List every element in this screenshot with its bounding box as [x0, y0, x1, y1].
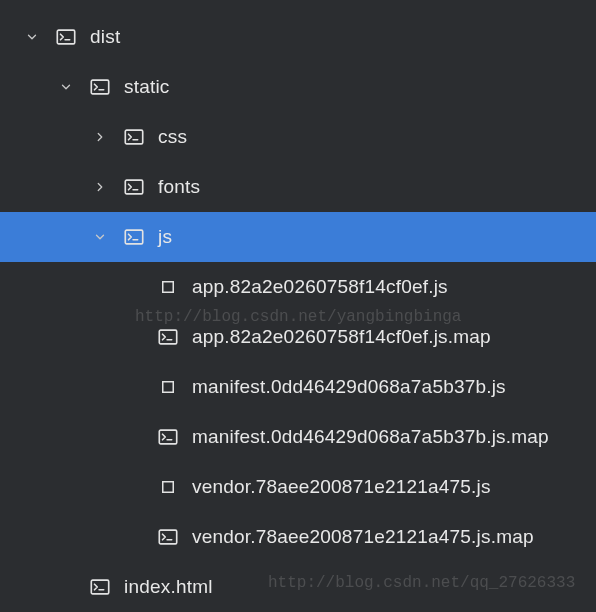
- tree-item-label: vendor.78aee200871e2121a475.js: [192, 476, 491, 498]
- file-outline-icon: [156, 375, 180, 399]
- file-tree: diststaticcssfontsjsapp.82a2e0260758f14c…: [0, 0, 596, 612]
- chevron-down-icon[interactable]: [20, 30, 44, 44]
- tree-item-label: manifest.0dd46429d068a7a5b37b.js: [192, 376, 506, 398]
- svg-rect-14: [159, 430, 176, 444]
- tree-row-appjsmap[interactable]: app.82a2e0260758f14cf0ef.js.map: [0, 312, 596, 362]
- tree-row-vendorjsmap[interactable]: vendor.78aee200871e2121a475.js.map: [0, 512, 596, 562]
- svg-rect-19: [91, 580, 108, 594]
- terminal-folder-icon: [88, 575, 112, 599]
- file-outline-icon: [156, 275, 180, 299]
- svg-rect-6: [125, 180, 142, 194]
- terminal-folder-icon: [156, 425, 180, 449]
- tree-item-label: manifest.0dd46429d068a7a5b37b.js.map: [192, 426, 549, 448]
- chevron-right-icon[interactable]: [88, 180, 112, 194]
- tree-row-manifestjs[interactable]: manifest.0dd46429d068a7a5b37b.js: [0, 362, 596, 412]
- chevron-right-icon[interactable]: [88, 130, 112, 144]
- svg-rect-13: [163, 382, 174, 393]
- tree-row-vendorjs[interactable]: vendor.78aee200871e2121a475.js: [0, 462, 596, 512]
- tree-row-manifestjsmap[interactable]: manifest.0dd46429d068a7a5b37b.js.map: [0, 412, 596, 462]
- tree-item-label: css: [158, 126, 187, 148]
- tree-item-label: vendor.78aee200871e2121a475.js.map: [192, 526, 534, 548]
- svg-rect-4: [125, 130, 142, 144]
- tree-row-indexhtml[interactable]: index.html: [0, 562, 596, 612]
- tree-row-fonts[interactable]: fonts: [0, 162, 596, 212]
- svg-rect-17: [159, 530, 176, 544]
- terminal-folder-icon: [156, 525, 180, 549]
- svg-rect-16: [163, 482, 174, 493]
- tree-row-appjs[interactable]: app.82a2e0260758f14cf0ef.js: [0, 262, 596, 312]
- tree-row-dist[interactable]: dist: [0, 12, 596, 62]
- terminal-folder-icon: [54, 25, 78, 49]
- svg-rect-10: [163, 282, 174, 293]
- tree-item-label: fonts: [158, 176, 200, 198]
- svg-rect-2: [91, 80, 108, 94]
- terminal-folder-icon: [122, 175, 146, 199]
- tree-item-label: app.82a2e0260758f14cf0ef.js.map: [192, 326, 491, 348]
- svg-rect-11: [159, 330, 176, 344]
- chevron-down-icon[interactable]: [54, 80, 78, 94]
- tree-item-label: js: [158, 226, 172, 248]
- svg-rect-0: [57, 30, 74, 44]
- tree-item-label: app.82a2e0260758f14cf0ef.js: [192, 276, 448, 298]
- terminal-folder-icon: [122, 125, 146, 149]
- tree-item-label: static: [124, 76, 170, 98]
- terminal-folder-icon: [156, 325, 180, 349]
- chevron-down-icon[interactable]: [88, 230, 112, 244]
- tree-row-static[interactable]: static: [0, 62, 596, 112]
- terminal-folder-icon: [88, 75, 112, 99]
- file-outline-icon: [156, 475, 180, 499]
- terminal-folder-icon: [122, 225, 146, 249]
- tree-row-css[interactable]: css: [0, 112, 596, 162]
- tree-row-js[interactable]: js: [0, 212, 596, 262]
- svg-rect-8: [125, 230, 142, 244]
- tree-item-label: dist: [90, 26, 120, 48]
- tree-item-label: index.html: [124, 576, 213, 598]
